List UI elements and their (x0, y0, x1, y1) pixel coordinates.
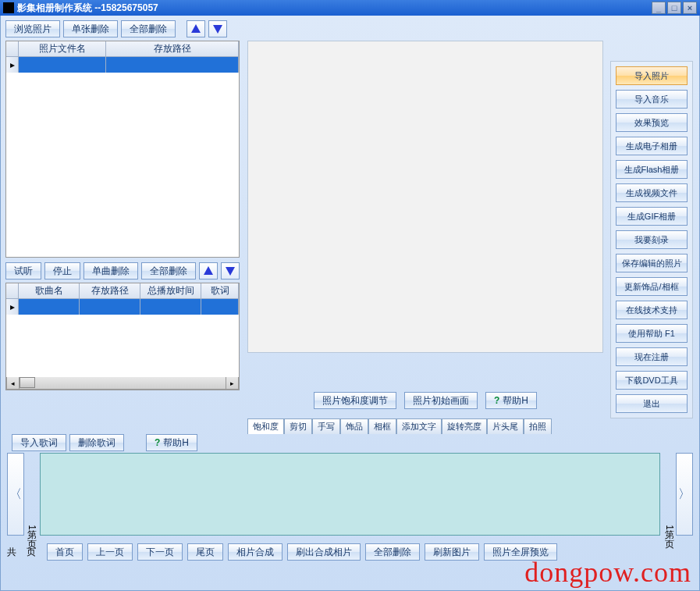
tabs: 饱和度 剪切 手写 饰品 相框 添加文字 旋转亮度 片头尾 拍照 (247, 418, 603, 434)
titlebar: 影集相册制作系统 --15825675057 _ □ × (0, 0, 700, 16)
fullscreen-preview-button[interactable]: 照片全屏预览 (484, 543, 557, 561)
page-label-right: 第 1 页 (662, 453, 676, 536)
photo-up-button[interactable] (187, 20, 205, 37)
strip-prev-button[interactable]: 〈 (7, 453, 24, 536)
left-column: 浏览照片 单张删除 全部删除 照片文件名 存放路径 ▸ (5, 20, 240, 390)
tab-frame[interactable]: 相框 (368, 418, 396, 434)
bottom-delete-all-button[interactable]: 全部删除 (365, 543, 420, 561)
page-label-left: 第 1 页 (24, 453, 38, 536)
compose-photo-button[interactable]: 相片合成 (228, 543, 282, 561)
cell[interactable] (19, 57, 106, 73)
help-label: 帮助H (503, 394, 528, 408)
cell[interactable] (19, 299, 80, 315)
tab-rotate-brightness[interactable]: 旋转亮度 (442, 418, 487, 434)
help-label: 帮助H (163, 436, 189, 450)
photo-grid-header: 照片文件名 存放路径 (6, 41, 239, 57)
last-page-button[interactable]: 尾页 (187, 543, 223, 561)
help-button[interactable]: ?帮助H (485, 392, 537, 409)
maximize-button[interactable]: □ (667, 2, 681, 14)
burn-button[interactable]: 我要刻录 (616, 230, 688, 249)
next-page-button[interactable]: 下一页 (137, 543, 183, 561)
table-row[interactable]: ▸ (6, 57, 239, 73)
delete-lyrics-button[interactable]: 删除歌词 (69, 434, 124, 451)
arrow-up-icon (190, 23, 201, 34)
update-assets-button[interactable]: 更新饰品/相框 (616, 277, 688, 296)
scroll-thumb[interactable] (20, 377, 35, 388)
register-now-button[interactable]: 现在注册 (616, 347, 688, 366)
photo-grid-body[interactable]: ▸ (6, 57, 239, 257)
browse-photos-button[interactable]: 浏览照片 (5, 20, 60, 37)
col-song-duration[interactable]: 总播放时间 (140, 283, 201, 299)
generate-flash-button[interactable]: 生成Flash相册 (616, 160, 688, 179)
stop-song-button[interactable]: 停止 (44, 262, 80, 279)
table-row[interactable]: ▸ (6, 299, 239, 315)
grid-corner (6, 283, 19, 299)
right-sidebar: 导入照片 导入音乐 效果预览 生成电子相册 生成Flash相册 生成视频文件 生… (610, 61, 693, 418)
strip-next-button[interactable]: 〉 (676, 453, 693, 536)
saturation-adjust-button[interactable]: 照片饱和度调节 (314, 392, 396, 409)
tab-capture[interactable]: 拍照 (524, 418, 552, 434)
refresh-image-button[interactable]: 刷新图片 (425, 543, 479, 561)
delete-single-song-button[interactable]: 单曲删除 (84, 262, 138, 279)
tab-add-text[interactable]: 添加文字 (396, 418, 442, 434)
generate-gif-button[interactable]: 生成GIF相册 (616, 207, 688, 226)
flush-composite-button[interactable]: 刷出合成相片 (287, 543, 361, 561)
initial-frame-button[interactable]: 照片初始画面 (404, 392, 478, 409)
tab-head-tail[interactable]: 片头尾 (487, 418, 524, 434)
song-toolbar: 试听 停止 单曲删除 全部删除 (5, 262, 240, 279)
col-song-path[interactable]: 存放路径 (80, 283, 140, 299)
preview-toolbar: 照片饱和度调节 照片初始画面 ?帮助H (247, 392, 603, 409)
minimize-button[interactable]: _ (652, 2, 666, 14)
song-down-button[interactable] (221, 262, 240, 279)
exit-button[interactable]: 退出 (616, 394, 688, 413)
col-song-lyrics[interactable]: 歌词 (201, 283, 239, 299)
usage-help-button[interactable]: 使用帮助 F1 (616, 324, 688, 343)
watermark: dongpow.com (524, 556, 691, 589)
prev-page-button[interactable]: 上一页 (87, 543, 133, 561)
lyrics-help-button[interactable]: ?帮助H (146, 434, 197, 451)
import-lyrics-button[interactable]: 导入歌词 (12, 434, 66, 451)
preview-song-button[interactable]: 试听 (5, 262, 41, 279)
bottom-bar: 共 页 首页 上一页 下一页 尾页 相片合成 刷出合成相片 全部删除 刷新图片 … (7, 543, 693, 561)
cell[interactable] (80, 299, 140, 315)
arrow-up-icon (203, 265, 214, 276)
tab-saturation[interactable]: 饱和度 (247, 418, 284, 434)
tab-ornament[interactable]: 饰品 (340, 418, 368, 434)
save-edited-photo-button[interactable]: 保存编辑的照片 (616, 254, 688, 272)
effect-preview-button[interactable]: 效果预览 (616, 113, 688, 132)
generate-ealbum-button[interactable]: 生成电子相册 (616, 137, 688, 155)
col-photo-filename[interactable]: 照片文件名 (19, 41, 106, 57)
scroll-track[interactable] (20, 377, 226, 389)
tab-handwrite[interactable]: 手写 (312, 418, 340, 434)
delete-single-photo-button[interactable]: 单张删除 (63, 20, 118, 37)
app-icon (3, 2, 14, 13)
import-music-button[interactable]: 导入音乐 (616, 90, 688, 109)
tab-cut[interactable]: 剪切 (284, 418, 312, 434)
thumbnail-strip[interactable] (40, 453, 660, 536)
photo-down-button[interactable] (208, 20, 227, 37)
song-hscroll[interactable]: ◂ ▸ (6, 377, 239, 390)
cell[interactable] (106, 57, 239, 73)
row-marker: ▸ (6, 299, 19, 315)
photo-grid: 照片文件名 存放路径 ▸ (5, 41, 240, 258)
svg-marker-3 (226, 267, 235, 276)
cell[interactable] (201, 299, 239, 315)
svg-marker-1 (213, 25, 222, 34)
cell[interactable] (140, 299, 201, 315)
delete-all-songs-button[interactable]: 全部删除 (141, 262, 196, 279)
arrow-down-icon (212, 23, 223, 34)
close-button[interactable]: × (683, 2, 697, 14)
first-page-button[interactable]: 首页 (47, 543, 83, 561)
song-grid-body[interactable]: ▸ (6, 299, 239, 377)
generate-video-button[interactable]: 生成视频文件 (616, 183, 688, 202)
online-support-button[interactable]: 在线技术支持 (616, 301, 688, 319)
song-up-button[interactable] (199, 262, 218, 279)
col-photo-path[interactable]: 存放路径 (106, 41, 239, 57)
download-dvd-tool-button[interactable]: 下载DVD工具 (616, 371, 688, 390)
scroll-left-button[interactable]: ◂ (7, 377, 20, 389)
import-photo-button[interactable]: 导入照片 (616, 66, 688, 85)
scroll-right-button[interactable]: ▸ (226, 377, 238, 389)
delete-all-photos-button[interactable]: 全部删除 (121, 20, 176, 37)
svg-marker-0 (191, 24, 201, 33)
col-song-name[interactable]: 歌曲名 (19, 283, 80, 299)
